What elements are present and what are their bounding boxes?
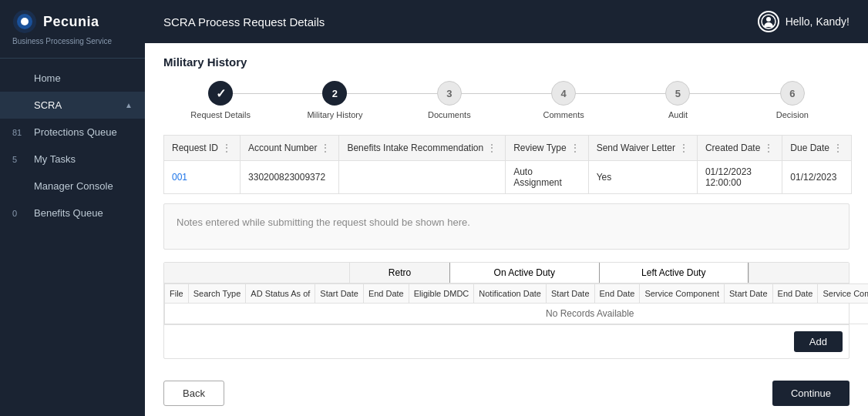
- col-menu-icon[interactable]: ⋮: [570, 142, 580, 154]
- mil-col-on-end: End Date: [594, 284, 640, 304]
- col-review-type: Review Type ⋮: [506, 136, 588, 161]
- back-button[interactable]: Back: [163, 381, 224, 406]
- group-header-base-spacer: [164, 263, 349, 283]
- sidebar-item-manager-console[interactable]: Manager Console: [0, 173, 145, 200]
- group-header-left-active: Left Active Duty: [600, 263, 749, 283]
- checkmark-icon: [216, 86, 226, 101]
- request-id-link[interactable]: 001: [172, 172, 187, 183]
- step-label-2: Military History: [307, 110, 362, 119]
- col-menu-icon[interactable]: ⋮: [763, 142, 774, 154]
- pecunia-logo-icon: [12, 9, 37, 34]
- sidebar: Pecunia Business Processing Service Home…: [0, 0, 145, 416]
- step-number-3: 3: [446, 88, 452, 99]
- group-header-on-active: On Active Duty: [449, 263, 600, 283]
- request-table: Request ID ⋮ Account Number ⋮ Benefits I…: [163, 135, 852, 194]
- sidebar-item-home[interactable]: Home: [0, 65, 145, 92]
- step-circle-5: 5: [665, 81, 690, 106]
- step-number-5: 5: [675, 88, 681, 99]
- continue-button[interactable]: Continue: [772, 381, 849, 406]
- logo-area: Pecunia: [0, 0, 145, 37]
- section-title: Military History: [163, 55, 849, 69]
- notes-placeholder-text: Notes entered while submitting the reque…: [177, 216, 470, 228]
- step-label-5: Audit: [668, 110, 688, 119]
- mil-col-left-start: Start Date: [725, 284, 773, 304]
- col-created-date: Created Date ⋮: [697, 136, 782, 161]
- main-area: SCRA Process Request Details Hello, Kand…: [145, 0, 868, 416]
- user-greeting-text: Hello, Kandy!: [786, 15, 849, 28]
- mil-col-ad-status: AD Status As of: [246, 284, 315, 304]
- sidebar-item-label: Protections Queue: [34, 126, 133, 138]
- col-send-waiver-letter: Send Waiver Letter ⋮: [588, 136, 697, 161]
- military-history-section: Retro On Active Duty Left Active Duty Fi…: [163, 262, 849, 359]
- col-due-date: Due Date ⋮: [782, 136, 852, 161]
- step-2: 2 Military History: [278, 81, 392, 119]
- step-number-2: 2: [332, 88, 338, 99]
- sidebar-item-protections-queue[interactable]: 81 Protections Queue: [0, 119, 145, 146]
- step-circle-1: [208, 81, 233, 106]
- mil-col-left-service: Service Component: [818, 284, 868, 304]
- stepper: Request Details 2 Military History 3 Doc…: [163, 81, 849, 119]
- mil-col-search-type: Search Type: [188, 284, 246, 304]
- mil-col-left-end: End Date: [772, 284, 818, 304]
- app-subtitle: Business Processing Service: [0, 37, 145, 59]
- step-number-6: 6: [789, 88, 795, 99]
- step-circle-6: 6: [780, 81, 805, 106]
- no-records-message: No Records Available: [165, 304, 869, 324]
- cell-due-date: 01/12/2023: [782, 161, 852, 194]
- sidebar-item-label: Benefits Queue: [34, 207, 133, 219]
- col-menu-icon[interactable]: ⋮: [221, 142, 232, 154]
- protections-badge: 81: [12, 128, 26, 137]
- col-menu-icon[interactable]: ⋮: [486, 142, 497, 154]
- step-circle-4: 4: [551, 81, 576, 106]
- cell-account-number: 330200823009372: [241, 161, 339, 194]
- step-5: 5 Audit: [621, 81, 735, 119]
- page-title: SCRA Process Request Details: [163, 15, 325, 29]
- col-menu-icon[interactable]: ⋮: [678, 142, 689, 154]
- step-label-3: Documents: [428, 110, 471, 119]
- mil-col-file: File: [165, 284, 189, 304]
- cell-request-id: 001: [164, 161, 241, 194]
- step-label-1: Request Details: [190, 110, 251, 119]
- col-request-id: Request ID ⋮: [164, 136, 241, 161]
- svg-point-2: [21, 18, 29, 25]
- step-6: 6 Decision: [735, 81, 849, 119]
- col-menu-icon[interactable]: ⋮: [833, 142, 843, 154]
- sidebar-item-scra[interactable]: SCRA ▲: [0, 92, 145, 119]
- benefits-badge: 0: [12, 209, 26, 218]
- sidebar-item-benefits-queue[interactable]: 0 Benefits Queue: [0, 200, 145, 226]
- footer-buttons: Back Continue: [163, 371, 849, 409]
- mil-col-on-start: Start Date: [547, 284, 595, 304]
- military-group-headers: Retro On Active Duty Left Active Duty: [164, 263, 849, 283]
- military-sub-table: File Search Type AD Status As of Start D…: [164, 283, 868, 324]
- user-greeting-area: Hello, Kandy!: [758, 11, 849, 32]
- my-tasks-badge: 5: [12, 155, 26, 164]
- step-circle-3: 3: [437, 81, 462, 106]
- app-name: Pecunia: [43, 14, 99, 30]
- svg-point-4: [766, 17, 771, 22]
- add-button[interactable]: Add: [794, 331, 843, 352]
- sidebar-item-label: SCRA: [34, 99, 117, 111]
- sidebar-nav: Home SCRA ▲ 81 Protections Queue 5 My Ta…: [0, 59, 145, 416]
- group-header-retro: Retro: [349, 263, 449, 283]
- mil-col-eligible-dmdc: Eligible DMDC: [409, 284, 474, 304]
- sidebar-item-my-tasks[interactable]: 5 My Tasks: [0, 146, 145, 173]
- cell-send-waiver: Yes: [588, 161, 697, 194]
- cell-created-date: 01/12/2023 12:00:00: [697, 161, 782, 194]
- table-row: 001 330200823009372 Auto Assignment Yes …: [164, 161, 852, 194]
- chevron-up-icon: ▲: [125, 101, 133, 109]
- mil-col-notification-date: Notification Date: [474, 284, 547, 304]
- step-1: Request Details: [163, 81, 278, 119]
- step-label-4: Comments: [543, 110, 584, 119]
- col-benefits-intake: Benefits Intake Recommendation ⋮: [339, 136, 506, 161]
- mil-col-retro-end: End Date: [363, 284, 409, 304]
- mil-col-retro-start: Start Date: [315, 284, 364, 304]
- add-button-row: Add: [164, 324, 849, 358]
- notes-area: Notes entered while submitting the reque…: [163, 203, 849, 250]
- step-number-4: 4: [561, 88, 567, 99]
- cell-review-type: Auto Assignment: [506, 161, 588, 194]
- user-avatar-icon: [758, 11, 779, 32]
- step-label-6: Decision: [776, 110, 809, 119]
- sidebar-item-label: My Tasks: [34, 153, 133, 165]
- col-menu-icon[interactable]: ⋮: [320, 142, 331, 154]
- cell-benefits-intake: [339, 161, 506, 194]
